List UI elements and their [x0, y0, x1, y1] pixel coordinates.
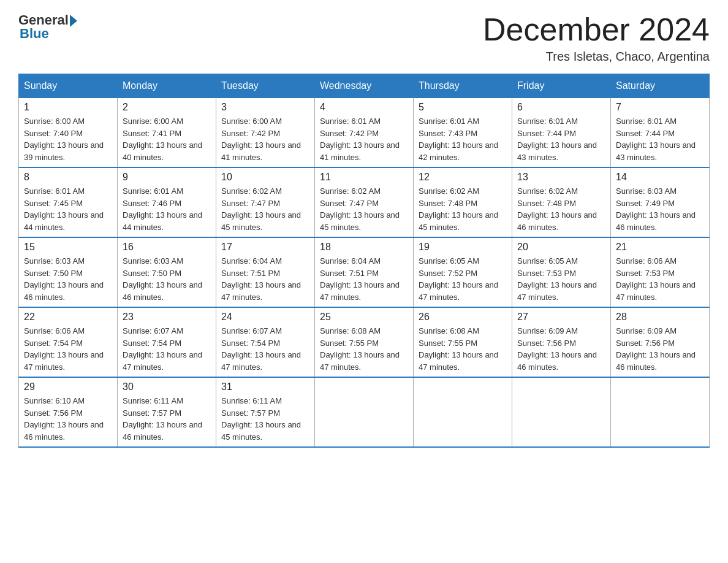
day-number: 17: [221, 242, 309, 253]
day-info: Sunrise: 6:00 AMSunset: 7:42 PMDaylight:…: [221, 115, 309, 163]
day-number: 13: [517, 172, 605, 183]
calendar-header-row: SundayMondayTuesdayWednesdayThursdayFrid…: [19, 74, 710, 98]
day-info: Sunrise: 6:10 AMSunset: 7:56 PMDaylight:…: [24, 395, 112, 443]
day-number: 24: [221, 312, 309, 323]
calendar-cell: 20Sunrise: 6:05 AMSunset: 7:53 PMDayligh…: [512, 237, 611, 307]
calendar-cell: 28Sunrise: 6:09 AMSunset: 7:56 PMDayligh…: [611, 307, 710, 377]
day-info: Sunrise: 6:01 AMSunset: 7:46 PMDaylight:…: [123, 185, 211, 233]
title-area: December 2024 Tres Isletas, Chaco, Argen…: [483, 12, 710, 64]
day-info: Sunrise: 6:00 AMSunset: 7:40 PMDaylight:…: [24, 115, 112, 163]
calendar-cell: 15Sunrise: 6:03 AMSunset: 7:50 PMDayligh…: [19, 237, 118, 307]
calendar-cell: 13Sunrise: 6:02 AMSunset: 7:48 PMDayligh…: [512, 167, 611, 237]
header-monday: Monday: [118, 74, 216, 98]
day-number: 18: [320, 242, 408, 253]
day-info: Sunrise: 6:03 AMSunset: 7:50 PMDaylight:…: [123, 255, 211, 303]
calendar-cell: 23Sunrise: 6:07 AMSunset: 7:54 PMDayligh…: [118, 307, 216, 377]
calendar-cell: 24Sunrise: 6:07 AMSunset: 7:54 PMDayligh…: [216, 307, 315, 377]
calendar-cell: 30Sunrise: 6:11 AMSunset: 7:57 PMDayligh…: [118, 377, 216, 447]
calendar-cell: 14Sunrise: 6:03 AMSunset: 7:49 PMDayligh…: [611, 167, 710, 237]
day-number: 20: [517, 242, 605, 253]
day-info: Sunrise: 6:08 AMSunset: 7:55 PMDaylight:…: [419, 325, 507, 373]
day-info: Sunrise: 6:05 AMSunset: 7:53 PMDaylight:…: [517, 255, 605, 303]
day-number: 9: [123, 172, 211, 183]
day-number: 4: [320, 102, 408, 113]
day-number: 10: [221, 172, 309, 183]
calendar-cell: 12Sunrise: 6:02 AMSunset: 7:48 PMDayligh…: [414, 167, 512, 237]
header-friday: Friday: [512, 74, 611, 98]
day-number: 1: [24, 102, 112, 113]
day-number: 29: [24, 381, 112, 393]
month-title: December 2024: [483, 12, 710, 47]
day-number: 22: [24, 312, 112, 323]
day-info: Sunrise: 6:09 AMSunset: 7:56 PMDaylight:…: [616, 325, 704, 373]
day-number: 25: [320, 312, 408, 323]
location-title: Tres Isletas, Chaco, Argentina: [483, 50, 710, 64]
calendar-cell: 22Sunrise: 6:06 AMSunset: 7:54 PMDayligh…: [19, 307, 118, 377]
day-info: Sunrise: 6:11 AMSunset: 7:57 PMDaylight:…: [221, 395, 309, 443]
calendar-cell: [512, 377, 611, 447]
day-number: 28: [616, 312, 704, 323]
day-number: 30: [123, 381, 211, 393]
day-info: Sunrise: 6:03 AMSunset: 7:50 PMDaylight:…: [24, 255, 112, 303]
header-wednesday: Wednesday: [315, 74, 414, 98]
calendar-cell: 27Sunrise: 6:09 AMSunset: 7:56 PMDayligh…: [512, 307, 611, 377]
day-number: 5: [419, 102, 507, 113]
header-saturday: Saturday: [611, 74, 710, 98]
calendar-cell: 8Sunrise: 6:01 AMSunset: 7:45 PMDaylight…: [19, 167, 118, 237]
day-info: Sunrise: 6:01 AMSunset: 7:42 PMDaylight:…: [320, 115, 408, 163]
day-number: 6: [517, 102, 605, 113]
calendar-cell: 19Sunrise: 6:05 AMSunset: 7:52 PMDayligh…: [414, 237, 512, 307]
day-number: 2: [123, 102, 211, 113]
calendar-cell: 18Sunrise: 6:04 AMSunset: 7:51 PMDayligh…: [315, 237, 414, 307]
day-number: 11: [320, 172, 408, 183]
day-info: Sunrise: 6:02 AMSunset: 7:48 PMDaylight:…: [419, 185, 507, 233]
day-info: Sunrise: 6:01 AMSunset: 7:45 PMDaylight:…: [24, 185, 112, 233]
day-number: 27: [517, 312, 605, 323]
day-number: 16: [123, 242, 211, 253]
calendar-cell: [315, 377, 414, 447]
day-info: Sunrise: 6:01 AMSunset: 7:44 PMDaylight:…: [517, 115, 605, 163]
calendar-week-row: 22Sunrise: 6:06 AMSunset: 7:54 PMDayligh…: [19, 307, 710, 377]
day-info: Sunrise: 6:05 AMSunset: 7:52 PMDaylight:…: [419, 255, 507, 303]
calendar-week-row: 29Sunrise: 6:10 AMSunset: 7:56 PMDayligh…: [19, 377, 710, 447]
day-info: Sunrise: 6:06 AMSunset: 7:54 PMDaylight:…: [24, 325, 112, 373]
calendar-cell: 16Sunrise: 6:03 AMSunset: 7:50 PMDayligh…: [118, 237, 216, 307]
day-info: Sunrise: 6:11 AMSunset: 7:57 PMDaylight:…: [123, 395, 211, 443]
header-sunday: Sunday: [19, 74, 118, 98]
calendar-cell: 3Sunrise: 6:00 AMSunset: 7:42 PMDaylight…: [216, 98, 315, 168]
day-info: Sunrise: 6:01 AMSunset: 7:43 PMDaylight:…: [419, 115, 507, 163]
day-info: Sunrise: 6:03 AMSunset: 7:49 PMDaylight:…: [616, 185, 704, 233]
header-tuesday: Tuesday: [216, 74, 315, 98]
day-info: Sunrise: 6:08 AMSunset: 7:55 PMDaylight:…: [320, 325, 408, 373]
day-number: 19: [419, 242, 507, 253]
header: General Blue December 2024 Tres Isletas,…: [18, 12, 710, 64]
calendar-cell: 31Sunrise: 6:11 AMSunset: 7:57 PMDayligh…: [216, 377, 315, 447]
calendar-table: SundayMondayTuesdayWednesdayThursdayFrid…: [18, 74, 710, 448]
day-number: 8: [24, 172, 112, 183]
calendar-week-row: 8Sunrise: 6:01 AMSunset: 7:45 PMDaylight…: [19, 167, 710, 237]
header-thursday: Thursday: [414, 74, 512, 98]
calendar-cell: 6Sunrise: 6:01 AMSunset: 7:44 PMDaylight…: [512, 98, 611, 168]
calendar-cell: 11Sunrise: 6:02 AMSunset: 7:47 PMDayligh…: [315, 167, 414, 237]
day-info: Sunrise: 6:07 AMSunset: 7:54 PMDaylight:…: [123, 325, 211, 373]
calendar-week-row: 15Sunrise: 6:03 AMSunset: 7:50 PMDayligh…: [19, 237, 710, 307]
day-info: Sunrise: 6:02 AMSunset: 7:48 PMDaylight:…: [517, 185, 605, 233]
day-info: Sunrise: 6:02 AMSunset: 7:47 PMDaylight:…: [221, 185, 309, 233]
day-info: Sunrise: 6:06 AMSunset: 7:53 PMDaylight:…: [616, 255, 704, 303]
day-info: Sunrise: 6:07 AMSunset: 7:54 PMDaylight:…: [221, 325, 309, 373]
calendar-cell: 21Sunrise: 6:06 AMSunset: 7:53 PMDayligh…: [611, 237, 710, 307]
logo-blue-text: Blue: [18, 26, 49, 42]
day-number: 23: [123, 312, 211, 323]
day-info: Sunrise: 6:02 AMSunset: 7:47 PMDaylight:…: [320, 185, 408, 233]
calendar-cell: [414, 377, 512, 447]
day-info: Sunrise: 6:01 AMSunset: 7:44 PMDaylight:…: [616, 115, 704, 163]
day-info: Sunrise: 6:00 AMSunset: 7:41 PMDaylight:…: [123, 115, 211, 163]
calendar-cell: 5Sunrise: 6:01 AMSunset: 7:43 PMDaylight…: [414, 98, 512, 168]
calendar-cell: [611, 377, 710, 447]
calendar-cell: 10Sunrise: 6:02 AMSunset: 7:47 PMDayligh…: [216, 167, 315, 237]
day-number: 3: [221, 102, 309, 113]
day-number: 15: [24, 242, 112, 253]
day-number: 7: [616, 102, 704, 113]
calendar-cell: 4Sunrise: 6:01 AMSunset: 7:42 PMDaylight…: [315, 98, 414, 168]
logo: General Blue: [18, 12, 78, 42]
